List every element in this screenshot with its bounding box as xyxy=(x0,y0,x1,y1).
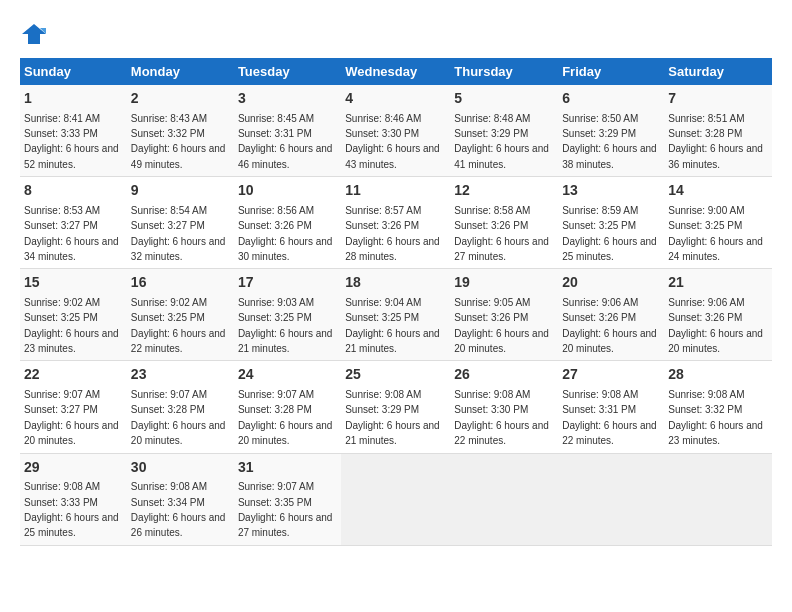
day-info: Sunrise: 9:08 AMSunset: 3:34 PMDaylight:… xyxy=(131,481,226,538)
day-number: 25 xyxy=(345,365,446,385)
day-cell: 5 Sunrise: 8:48 AMSunset: 3:29 PMDayligh… xyxy=(450,85,558,177)
day-number: 27 xyxy=(562,365,660,385)
day-number: 5 xyxy=(454,89,554,109)
header xyxy=(20,20,772,48)
day-number: 16 xyxy=(131,273,230,293)
day-number: 30 xyxy=(131,458,230,478)
day-info: Sunrise: 8:43 AMSunset: 3:32 PMDaylight:… xyxy=(131,113,226,170)
day-info: Sunrise: 9:05 AMSunset: 3:26 PMDaylight:… xyxy=(454,297,549,354)
day-number: 7 xyxy=(668,89,768,109)
day-info: Sunrise: 8:57 AMSunset: 3:26 PMDaylight:… xyxy=(345,205,440,262)
day-info: Sunrise: 8:54 AMSunset: 3:27 PMDaylight:… xyxy=(131,205,226,262)
day-info: Sunrise: 8:46 AMSunset: 3:30 PMDaylight:… xyxy=(345,113,440,170)
day-info: Sunrise: 9:07 AMSunset: 3:35 PMDaylight:… xyxy=(238,481,333,538)
day-cell xyxy=(341,453,450,545)
day-info: Sunrise: 8:51 AMSunset: 3:28 PMDaylight:… xyxy=(668,113,763,170)
day-number: 6 xyxy=(562,89,660,109)
day-cell: 20 Sunrise: 9:06 AMSunset: 3:26 PMDaylig… xyxy=(558,269,664,361)
day-info: Sunrise: 9:04 AMSunset: 3:25 PMDaylight:… xyxy=(345,297,440,354)
day-cell: 19 Sunrise: 9:05 AMSunset: 3:26 PMDaylig… xyxy=(450,269,558,361)
day-cell: 26 Sunrise: 9:08 AMSunset: 3:30 PMDaylig… xyxy=(450,361,558,453)
day-cell: 18 Sunrise: 9:04 AMSunset: 3:25 PMDaylig… xyxy=(341,269,450,361)
day-cell: 2 Sunrise: 8:43 AMSunset: 3:32 PMDayligh… xyxy=(127,85,234,177)
day-cell: 23 Sunrise: 9:07 AMSunset: 3:28 PMDaylig… xyxy=(127,361,234,453)
day-number: 26 xyxy=(454,365,554,385)
day-info: Sunrise: 9:07 AMSunset: 3:27 PMDaylight:… xyxy=(24,389,119,446)
week-row-2: 8 Sunrise: 8:53 AMSunset: 3:27 PMDayligh… xyxy=(20,177,772,269)
day-number: 23 xyxy=(131,365,230,385)
day-cell: 25 Sunrise: 9:08 AMSunset: 3:29 PMDaylig… xyxy=(341,361,450,453)
week-row-1: 1 Sunrise: 8:41 AMSunset: 3:33 PMDayligh… xyxy=(20,85,772,177)
day-info: Sunrise: 9:06 AMSunset: 3:26 PMDaylight:… xyxy=(562,297,657,354)
week-row-3: 15 Sunrise: 9:02 AMSunset: 3:25 PMDaylig… xyxy=(20,269,772,361)
day-number: 20 xyxy=(562,273,660,293)
day-number: 9 xyxy=(131,181,230,201)
day-cell: 16 Sunrise: 9:02 AMSunset: 3:25 PMDaylig… xyxy=(127,269,234,361)
day-number: 13 xyxy=(562,181,660,201)
day-info: Sunrise: 8:59 AMSunset: 3:25 PMDaylight:… xyxy=(562,205,657,262)
day-info: Sunrise: 8:58 AMSunset: 3:26 PMDaylight:… xyxy=(454,205,549,262)
day-number: 12 xyxy=(454,181,554,201)
day-number: 31 xyxy=(238,458,337,478)
day-number: 10 xyxy=(238,181,337,201)
day-cell: 28 Sunrise: 9:08 AMSunset: 3:32 PMDaylig… xyxy=(664,361,772,453)
day-cell: 8 Sunrise: 8:53 AMSunset: 3:27 PMDayligh… xyxy=(20,177,127,269)
day-number: 15 xyxy=(24,273,123,293)
day-info: Sunrise: 9:07 AMSunset: 3:28 PMDaylight:… xyxy=(131,389,226,446)
day-cell: 17 Sunrise: 9:03 AMSunset: 3:25 PMDaylig… xyxy=(234,269,341,361)
column-header-sunday: Sunday xyxy=(20,58,127,85)
day-cell: 7 Sunrise: 8:51 AMSunset: 3:28 PMDayligh… xyxy=(664,85,772,177)
day-number: 29 xyxy=(24,458,123,478)
day-number: 19 xyxy=(454,273,554,293)
week-row-4: 22 Sunrise: 9:07 AMSunset: 3:27 PMDaylig… xyxy=(20,361,772,453)
day-cell: 21 Sunrise: 9:06 AMSunset: 3:26 PMDaylig… xyxy=(664,269,772,361)
week-row-5: 29 Sunrise: 9:08 AMSunset: 3:33 PMDaylig… xyxy=(20,453,772,545)
calendar-table: SundayMondayTuesdayWednesdayThursdayFrid… xyxy=(20,58,772,546)
day-cell: 10 Sunrise: 8:56 AMSunset: 3:26 PMDaylig… xyxy=(234,177,341,269)
day-number: 1 xyxy=(24,89,123,109)
day-cell: 29 Sunrise: 9:08 AMSunset: 3:33 PMDaylig… xyxy=(20,453,127,545)
column-header-monday: Monday xyxy=(127,58,234,85)
day-info: Sunrise: 8:53 AMSunset: 3:27 PMDaylight:… xyxy=(24,205,119,262)
day-cell: 31 Sunrise: 9:07 AMSunset: 3:35 PMDaylig… xyxy=(234,453,341,545)
day-info: Sunrise: 9:06 AMSunset: 3:26 PMDaylight:… xyxy=(668,297,763,354)
header-row: SundayMondayTuesdayWednesdayThursdayFrid… xyxy=(20,58,772,85)
logo-icon xyxy=(20,20,48,48)
logo xyxy=(20,20,52,48)
day-info: Sunrise: 9:08 AMSunset: 3:33 PMDaylight:… xyxy=(24,481,119,538)
day-info: Sunrise: 9:08 AMSunset: 3:31 PMDaylight:… xyxy=(562,389,657,446)
day-info: Sunrise: 8:41 AMSunset: 3:33 PMDaylight:… xyxy=(24,113,119,170)
day-info: Sunrise: 8:50 AMSunset: 3:29 PMDaylight:… xyxy=(562,113,657,170)
day-cell: 30 Sunrise: 9:08 AMSunset: 3:34 PMDaylig… xyxy=(127,453,234,545)
day-cell: 9 Sunrise: 8:54 AMSunset: 3:27 PMDayligh… xyxy=(127,177,234,269)
day-info: Sunrise: 9:02 AMSunset: 3:25 PMDaylight:… xyxy=(24,297,119,354)
day-cell: 24 Sunrise: 9:07 AMSunset: 3:28 PMDaylig… xyxy=(234,361,341,453)
day-info: Sunrise: 9:07 AMSunset: 3:28 PMDaylight:… xyxy=(238,389,333,446)
day-number: 11 xyxy=(345,181,446,201)
day-number: 18 xyxy=(345,273,446,293)
svg-marker-0 xyxy=(22,24,46,44)
day-cell: 6 Sunrise: 8:50 AMSunset: 3:29 PMDayligh… xyxy=(558,85,664,177)
column-header-tuesday: Tuesday xyxy=(234,58,341,85)
day-info: Sunrise: 9:02 AMSunset: 3:25 PMDaylight:… xyxy=(131,297,226,354)
day-cell: 13 Sunrise: 8:59 AMSunset: 3:25 PMDaylig… xyxy=(558,177,664,269)
day-cell xyxy=(450,453,558,545)
day-cell: 27 Sunrise: 9:08 AMSunset: 3:31 PMDaylig… xyxy=(558,361,664,453)
day-cell: 3 Sunrise: 8:45 AMSunset: 3:31 PMDayligh… xyxy=(234,85,341,177)
day-cell: 4 Sunrise: 8:46 AMSunset: 3:30 PMDayligh… xyxy=(341,85,450,177)
day-number: 8 xyxy=(24,181,123,201)
day-info: Sunrise: 8:56 AMSunset: 3:26 PMDaylight:… xyxy=(238,205,333,262)
day-number: 22 xyxy=(24,365,123,385)
column-header-wednesday: Wednesday xyxy=(341,58,450,85)
day-number: 14 xyxy=(668,181,768,201)
day-number: 4 xyxy=(345,89,446,109)
day-info: Sunrise: 9:08 AMSunset: 3:32 PMDaylight:… xyxy=(668,389,763,446)
column-header-saturday: Saturday xyxy=(664,58,772,85)
day-info: Sunrise: 9:08 AMSunset: 3:29 PMDaylight:… xyxy=(345,389,440,446)
day-cell: 12 Sunrise: 8:58 AMSunset: 3:26 PMDaylig… xyxy=(450,177,558,269)
day-info: Sunrise: 8:48 AMSunset: 3:29 PMDaylight:… xyxy=(454,113,549,170)
day-cell: 1 Sunrise: 8:41 AMSunset: 3:33 PMDayligh… xyxy=(20,85,127,177)
day-number: 21 xyxy=(668,273,768,293)
day-number: 2 xyxy=(131,89,230,109)
day-cell: 11 Sunrise: 8:57 AMSunset: 3:26 PMDaylig… xyxy=(341,177,450,269)
